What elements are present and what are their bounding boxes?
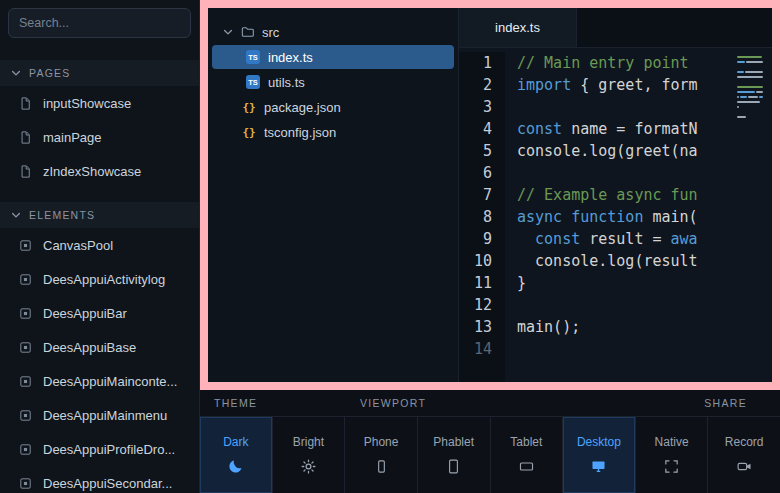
line-number-gutter: 1234567891011121314 (459, 52, 505, 382)
sidebar-item-CanvasPool[interactable]: CanvasPool (0, 228, 199, 262)
minimap-mark (737, 56, 762, 58)
sidebar-item-mainPage[interactable]: mainPage (0, 120, 199, 154)
json-file-icon: {} (242, 125, 256, 139)
tree-file-package.json[interactable]: {}package.json (212, 95, 454, 119)
viewport-button-label: Tablet (510, 435, 542, 449)
minimap-mark (737, 76, 763, 78)
sidebar-item-label: DeesAppuiBar (43, 306, 127, 321)
minimap-mark (745, 71, 763, 73)
minimap-line (737, 91, 767, 93)
code-token: async function (517, 208, 643, 226)
tree-file-label: index.ts (268, 50, 313, 65)
app-root: PAGESinputShowcasemainPagezIndexShowcase… (0, 0, 780, 493)
viewport-button-phone[interactable]: Phone (345, 417, 418, 493)
sidebar-section-pages[interactable]: PAGES (0, 60, 199, 86)
minimap-mark (737, 96, 739, 98)
code-token: } (517, 274, 526, 292)
viewport-button-tablet[interactable]: Tablet (491, 417, 564, 493)
viewport-button-label: Desktop (577, 435, 621, 449)
json-file-icon: {} (242, 100, 256, 114)
tablet-icon (518, 458, 535, 475)
minimap-line (737, 86, 767, 88)
sidebar-item-DeesAppuiActivitylog[interactable]: DeesAppuiActivitylog (0, 262, 199, 296)
line-number: 10 (459, 250, 492, 272)
tree-file-index.ts[interactable]: TSindex.ts (212, 45, 454, 69)
viewport-button-phablet[interactable]: Phablet (418, 417, 491, 493)
tree-file-utils.ts[interactable]: TSutils.ts (212, 70, 454, 94)
sidebar-section-elements[interactable]: ELEMENTS (0, 202, 199, 228)
sidebar-item-DeesAppuiBar[interactable]: DeesAppuiBar (0, 296, 199, 330)
sidebar-item-DeesAppuiMainconte[interactable]: DeesAppuiMainconte... (0, 364, 199, 398)
sidebar-item-label: DeesAppuiActivitylog (43, 272, 165, 287)
sidebar-item-inputShowcase[interactable]: inputShowcase (0, 86, 199, 120)
code-token: import (517, 76, 571, 94)
line-number: 12 (459, 294, 492, 316)
sidebar-item-label: zIndexShowcase (43, 164, 141, 179)
editor-tab-bar: index.ts (459, 8, 772, 48)
line-number: 7 (459, 184, 492, 206)
code-line (517, 338, 772, 360)
viewport-button-label: Phablet (433, 435, 474, 449)
sidebar-item-zIndexShowcase[interactable]: zIndexShowcase (0, 154, 199, 188)
toolbar-group-labels: THEME VIEWPORT SHARE (200, 390, 780, 417)
sidebar-item-label: DeesAppuiMainmenu (43, 408, 167, 423)
sun-icon (300, 458, 317, 475)
viewport-button-dark[interactable]: Dark (200, 417, 273, 493)
minimap-mark (737, 61, 745, 63)
tree-folder-src[interactable]: src (212, 20, 454, 44)
code-line: // Main entry point (517, 52, 772, 74)
viewport-button-record[interactable]: Record (708, 417, 780, 493)
code-token: name = formatN (562, 120, 697, 138)
code-text[interactable]: // Main entry pointimport { greet, form … (505, 52, 772, 382)
phone-icon (373, 458, 390, 475)
sidebar-item-DeesAppuiProfileDro[interactable]: DeesAppuiProfileDro... (0, 432, 199, 466)
viewport-button-label: Bright (293, 435, 324, 449)
chevron-down-icon (10, 209, 22, 221)
minimap-mark (759, 96, 763, 98)
sidebar-sections: PAGESinputShowcasemainPagezIndexShowcase… (0, 46, 199, 493)
component-icon (18, 272, 33, 287)
minimap-mark (746, 61, 763, 63)
minimap[interactable] (737, 53, 767, 126)
document-icon (18, 130, 33, 145)
code-line: // Example async fun (517, 184, 772, 206)
tree-file-label: utils.ts (268, 75, 305, 90)
tab-index.ts[interactable]: index.ts (459, 8, 577, 47)
component-icon (18, 408, 33, 423)
code-line: const name = formatN (517, 118, 772, 140)
viewport-button-bright[interactable]: Bright (273, 417, 346, 493)
minimap-line (737, 61, 767, 63)
sidebar-item-label: inputShowcase (43, 96, 131, 111)
sidebar-item-DeesAppuiMainmenu[interactable]: DeesAppuiMainmenu (0, 398, 199, 432)
code-area: 1234567891011121314 // Main entry pointi… (459, 48, 772, 382)
minimap-mark (737, 86, 763, 88)
viewport-button-label: Dark (223, 435, 248, 449)
viewport-button-desktop[interactable]: Desktop (563, 417, 636, 493)
component-icon (18, 340, 33, 355)
sidebar-item-DeesAppuiSecondar[interactable]: DeesAppuiSecondar... (0, 466, 199, 493)
search-input[interactable] (8, 8, 191, 38)
code-line: async function main( (517, 206, 772, 228)
code-line: } (517, 272, 772, 294)
minimap-line (737, 66, 767, 68)
component-icon (18, 238, 33, 253)
code-token: const (517, 120, 562, 138)
viewport-group-label: VIEWPORT (360, 397, 426, 409)
sidebar-item-label: mainPage (43, 130, 102, 145)
line-number: 9 (459, 228, 492, 250)
minimap-line (737, 81, 767, 83)
minimap-mark (737, 71, 744, 73)
code-token: const (535, 230, 580, 248)
line-number: 13 (459, 316, 492, 338)
phablet-icon (445, 458, 462, 475)
viewport-button-native[interactable]: Native (636, 417, 709, 493)
typescript-file-icon: TS (246, 50, 260, 64)
line-number: 11 (459, 272, 492, 294)
code-token: main( (643, 208, 697, 226)
tree-file-tsconfig.json[interactable]: {}tsconfig.json (212, 120, 454, 144)
section-label: ELEMENTS (29, 209, 95, 221)
code-editor-component: srcTSindex.tsTSutils.ts{}package.json{}t… (208, 8, 772, 382)
toolbar-buttons: DarkBrightPhonePhabletTabletDesktopNativ… (200, 417, 780, 493)
sidebar-item-DeesAppuiBase[interactable]: DeesAppuiBase (0, 330, 199, 364)
line-number: 6 (459, 162, 492, 184)
